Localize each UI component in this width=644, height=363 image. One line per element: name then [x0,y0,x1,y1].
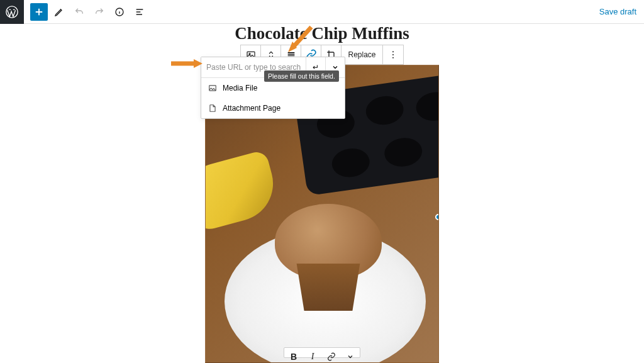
link-option-label: Media File [223,84,257,92]
validation-tooltip: Please fill out this field. [264,70,339,82]
save-draft-button[interactable]: Save draft [599,7,636,16]
svg-rect-4 [288,52,295,53]
undo-icon[interactable] [70,0,88,24]
svg-point-7 [392,51,394,52]
redo-icon[interactable] [91,0,108,24]
svg-rect-5 [288,54,295,55]
post-title[interactable]: Chocolate Chip Muffins [235,24,409,43]
editor-topbar: Save draft [0,0,644,24]
add-block-button[interactable] [30,3,48,21]
link-popover: ↵ Media File Attachment Page [201,57,345,119]
image-icon [208,83,218,93]
wordpress-logo[interactable] [0,0,24,24]
bold-button[interactable]: B [284,348,303,363]
page-icon [208,103,218,113]
italic-button[interactable]: I [303,348,322,363]
replace-button[interactable]: Replace [341,45,382,64]
svg-point-8 [392,54,394,55]
caption-more-icon[interactable] [341,348,360,363]
outline-icon[interactable] [131,0,148,24]
more-options-icon[interactable] [383,45,403,64]
caption-link-icon[interactable] [322,348,341,363]
edit-mode-icon[interactable] [50,0,68,24]
resize-handle-right[interactable] [435,214,439,220]
photo-banana [205,150,282,233]
info-icon[interactable] [111,0,128,24]
svg-point-9 [392,57,394,59]
photo-muffin [275,204,382,317]
caption-toolbar: B I [284,347,360,358]
link-option-label: Attachment Page [223,104,280,113]
link-option-attachment-page[interactable]: Attachment Page [201,98,345,118]
